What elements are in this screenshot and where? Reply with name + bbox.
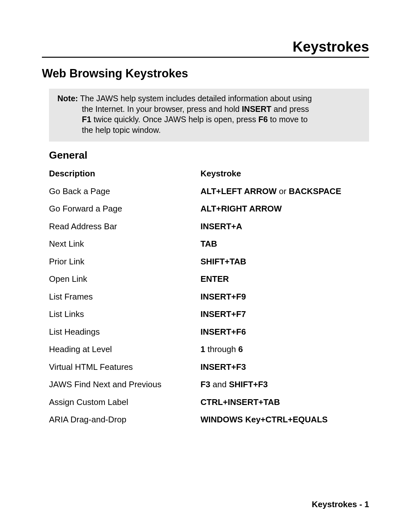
- keystroke-token: TAB: [201, 239, 217, 249]
- table-row: Go Back a PageALT+LEFT ARROW or BACKSPAC…: [49, 186, 369, 197]
- cell-description: Next Link: [49, 239, 201, 249]
- cell-keystroke: 1 through 6: [201, 344, 369, 355]
- table-row: Virtual HTML FeaturesINSERT+F3: [49, 362, 369, 372]
- cell-keystroke: INSERT+F9: [201, 291, 369, 302]
- keystroke-text: or: [277, 186, 289, 196]
- cell-description: Prior Link: [49, 256, 201, 267]
- note-text: twice quickly. Once JAWS help is open, p…: [91, 115, 258, 124]
- cell-keystroke: ALT+RIGHT ARROW: [201, 203, 369, 214]
- cell-description: Heading at Level: [49, 344, 201, 355]
- cell-description: Read Address Bar: [49, 221, 201, 232]
- note-text: to move to: [268, 115, 308, 124]
- cell-keystroke: ALT+LEFT ARROW or BACKSPACE: [201, 186, 369, 197]
- keystroke-token: SHIFT+F3: [229, 379, 268, 389]
- table-row: List HeadingsINSERT+F6: [49, 327, 369, 337]
- note-key: INSERT: [242, 104, 271, 113]
- page-footer: Keystrokes - 1: [312, 499, 369, 509]
- table-row: JAWS Find Next and PreviousF3 and SHIFT+…: [49, 379, 369, 390]
- cell-keystroke: WINDOWS Key+CTRL+EQUALS: [201, 414, 369, 425]
- table-row: List FramesINSERT+F9: [49, 291, 369, 302]
- keystroke-token: INSERT+A: [201, 222, 242, 231]
- note-box: Note: The JAWS help system includes deta…: [49, 89, 369, 142]
- keystroke-token: ALT+RIGHT ARROW: [201, 204, 282, 213]
- note-label: Note:: [57, 94, 78, 103]
- keystroke-token: INSERT+F9: [201, 292, 246, 301]
- keystroke-token: INSERT+F6: [201, 327, 246, 337]
- keystroke-token: 6: [238, 344, 243, 354]
- note-key: F1: [82, 115, 91, 124]
- cell-description: List Headings: [49, 327, 201, 337]
- table-row: Open LinkENTER: [49, 274, 369, 284]
- cell-description: Virtual HTML Features: [49, 362, 201, 372]
- keystroke-token: ALT+LEFT ARROW: [201, 186, 277, 196]
- note-text: and press: [271, 104, 309, 113]
- cell-keystroke: SHIFT+TAB: [201, 256, 369, 267]
- cell-keystroke: TAB: [201, 239, 369, 249]
- keystroke-token: INSERT+F7: [201, 309, 246, 319]
- keystroke-token: CTRL+INSERT+TAB: [201, 397, 280, 407]
- cell-keystroke: F3 and SHIFT+F3: [201, 379, 369, 390]
- note-text: the Internet. In your browser, press and…: [82, 104, 242, 113]
- table-row: Go Forward a PageALT+RIGHT ARROW: [49, 203, 369, 214]
- header-description: Description: [49, 168, 201, 179]
- cell-description: List Links: [49, 309, 201, 320]
- table-header-row: Description Keystroke: [49, 168, 369, 179]
- table-row: Next LinkTAB: [49, 239, 369, 249]
- cell-description: Open Link: [49, 274, 201, 284]
- cell-description: Assign Custom Label: [49, 397, 201, 408]
- cell-description: ARIA Drag-and-Drop: [49, 414, 201, 425]
- note-key: F6: [258, 115, 268, 124]
- keystroke-token: WINDOWS Key+CTRL+EQUALS: [201, 415, 328, 424]
- table-row: Assign Custom LabelCTRL+INSERT+TAB: [49, 397, 369, 408]
- keystroke-token: ENTER: [201, 274, 229, 284]
- cell-description: List Frames: [49, 291, 201, 302]
- section-title: Web Browsing Keystrokes: [42, 67, 369, 80]
- header-keystroke: Keystroke: [201, 168, 369, 179]
- cell-keystroke: ENTER: [201, 274, 369, 284]
- table-row: Read Address BarINSERT+A: [49, 221, 369, 232]
- keystroke-token: BACKSPACE: [289, 186, 341, 196]
- table-row: Heading at Level1 through 6: [49, 344, 369, 355]
- cell-keystroke: CTRL+INSERT+TAB: [201, 397, 369, 408]
- keystroke-token: F3: [201, 379, 210, 389]
- keystroke-text: and: [210, 379, 229, 389]
- cell-description: Go Back a Page: [49, 186, 201, 197]
- cell-keystroke: INSERT+F3: [201, 362, 369, 372]
- note-text: the help topic window.: [82, 125, 161, 134]
- cell-keystroke: INSERT+F6: [201, 327, 369, 337]
- page: Keystrokes Web Browsing Keystrokes Note:…: [0, 0, 411, 532]
- keystroke-token: 1: [201, 344, 205, 354]
- subsection-title: General: [49, 149, 369, 161]
- keystroke-text: through: [205, 344, 238, 354]
- cell-description: Go Forward a Page: [49, 203, 201, 214]
- document-title: Keystrokes: [42, 39, 369, 58]
- table-row: Prior LinkSHIFT+TAB: [49, 256, 369, 267]
- cell-keystroke: INSERT+F7: [201, 309, 369, 320]
- keystroke-token: INSERT+F3: [201, 362, 246, 372]
- keystroke-table: Description Keystroke Go Back a PageALT+…: [49, 168, 369, 425]
- cell-description: JAWS Find Next and Previous: [49, 379, 201, 390]
- note-text: The JAWS help system includes detailed i…: [80, 94, 312, 103]
- table-row: ARIA Drag-and-DropWINDOWS Key+CTRL+EQUAL…: [49, 414, 369, 425]
- table-row: List LinksINSERT+F7: [49, 309, 369, 320]
- keystroke-token: SHIFT+TAB: [201, 257, 246, 266]
- cell-keystroke: INSERT+A: [201, 221, 369, 232]
